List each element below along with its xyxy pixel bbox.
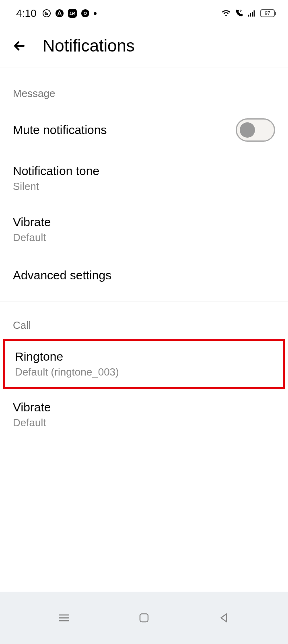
ringtone-title: Ringtone xyxy=(15,350,119,363)
wifi-icon xyxy=(222,9,230,18)
ringtone-row[interactable]: Ringtone Default (ringtone_003) xyxy=(5,341,283,387)
svg-rect-8 xyxy=(254,10,255,17)
back-nav-button[interactable] xyxy=(216,610,232,626)
svg-rect-12 xyxy=(140,614,148,622)
notification-tone-value: Silent xyxy=(13,180,99,193)
app-icon-a xyxy=(55,9,64,18)
section-divider xyxy=(0,301,288,301)
status-bar: 4:10 LR 97 xyxy=(0,0,288,24)
message-vibrate-value: Default xyxy=(13,231,51,244)
svg-rect-5 xyxy=(248,15,249,17)
status-left: 4:10 LR xyxy=(16,7,97,20)
battery-level: 97 xyxy=(265,10,270,16)
section-header-call: Call xyxy=(0,307,288,339)
back-button[interactable] xyxy=(11,38,27,54)
lr-app-icon: LR xyxy=(68,9,77,18)
advanced-settings-title: Advanced settings xyxy=(13,268,111,282)
section-header-message: Message xyxy=(0,68,288,107)
whatsapp-icon xyxy=(42,9,51,18)
advanced-settings-row[interactable]: Advanced settings xyxy=(0,255,288,295)
status-time: 4:10 xyxy=(16,7,37,20)
call-vibrate-row[interactable]: Vibrate Default xyxy=(0,389,288,440)
ringtone-highlight: Ringtone Default (ringtone_003) xyxy=(3,339,285,389)
svg-rect-7 xyxy=(252,12,253,17)
ringtone-value: Default (ringtone_003) xyxy=(15,366,119,378)
svg-point-4 xyxy=(84,12,86,14)
mute-notifications-row[interactable]: Mute notifications xyxy=(0,107,288,153)
signal-icon xyxy=(247,9,256,18)
navigation-bar xyxy=(0,592,288,644)
status-notification-icons: LR xyxy=(42,9,97,18)
svg-point-1 xyxy=(56,9,64,17)
home-button[interactable] xyxy=(136,610,152,626)
page-title: Notifications xyxy=(43,36,135,56)
call-vibrate-value: Default xyxy=(13,417,51,429)
mute-notifications-toggle[interactable] xyxy=(236,118,275,142)
mute-notifications-title: Mute notifications xyxy=(13,123,107,137)
call-vibrate-title: Vibrate xyxy=(13,400,51,414)
svg-point-0 xyxy=(43,10,50,17)
more-notifications-dot xyxy=(94,12,97,15)
notification-tone-title: Notification tone xyxy=(13,164,99,178)
notification-tone-row[interactable]: Notification tone Silent xyxy=(0,153,288,204)
svg-rect-6 xyxy=(250,13,251,17)
page-header: Notifications xyxy=(0,24,288,68)
recent-apps-button[interactable] xyxy=(56,610,72,626)
toggle-knob xyxy=(240,122,255,138)
battery-indicator: 97 xyxy=(260,9,276,17)
message-vibrate-title: Vibrate xyxy=(13,215,51,229)
status-right: 97 xyxy=(222,9,276,18)
wifi-calling-icon xyxy=(235,9,243,18)
chrome-icon xyxy=(81,9,90,18)
message-vibrate-row[interactable]: Vibrate Default xyxy=(0,204,288,255)
